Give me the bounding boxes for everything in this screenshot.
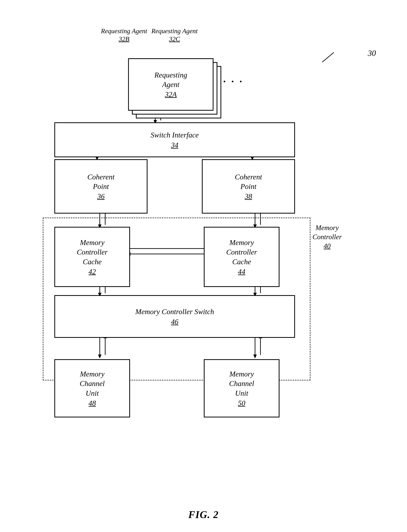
mc-cache-42-box: Memory Controller Cache 42	[54, 227, 130, 287]
ref-30: 30	[368, 48, 376, 58]
figure-label: FIG. 2	[188, 509, 219, 520]
switch-interface-box: Switch Interface 34	[54, 122, 295, 157]
mcu-50-box: Memory Channel Unit 50	[204, 359, 280, 417]
memory-controller-label: Memory Controller 40	[313, 223, 342, 250]
agent-b-label: Requesting Agent 32B	[101, 27, 147, 43]
diagram-container: Requesting Agent 32B Requesting Agent 32…	[35, 12, 373, 497]
coherent-point-38-box: Coherent Point 38	[202, 159, 295, 214]
svg-line-40	[322, 52, 334, 62]
requesting-agent-box-a: Requesting Agent 32A	[128, 58, 213, 111]
mc-switch-box: Memory Controller Switch 46	[54, 295, 295, 338]
mcu-48-box: Memory Channel Unit 48	[54, 359, 130, 417]
ellipsis: · · ·	[223, 76, 243, 87]
mc-cache-44-box: Memory Controller Cache 44	[204, 227, 280, 287]
agent-c-label: Requesting Agent 32C	[151, 27, 198, 43]
coherent-point-36-box: Coherent Point 36	[54, 159, 148, 214]
